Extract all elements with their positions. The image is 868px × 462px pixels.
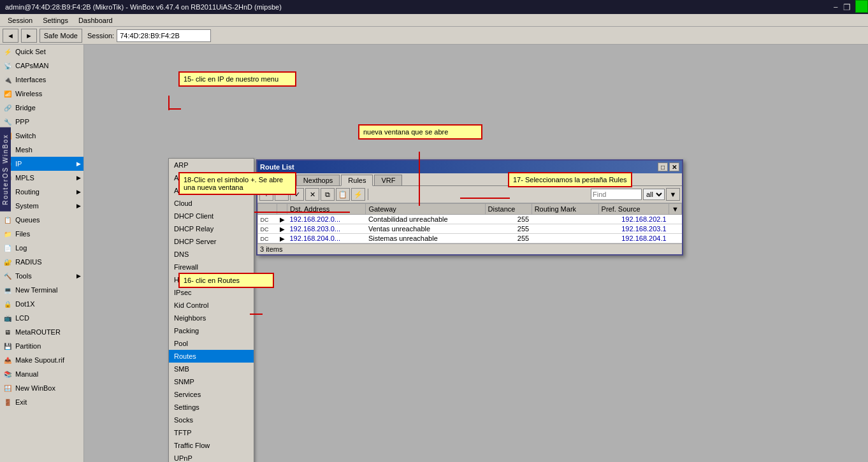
sidebar-item-manual[interactable]: 📚 Manual <box>0 367 83 381</box>
sidebar-item-interfaces[interactable]: 🔌 Interfaces <box>0 73 83 87</box>
sidebar-item-dot1x[interactable]: 🔒 Dot1X <box>0 297 83 311</box>
tab-nexthops[interactable]: Nexthops <box>296 175 340 185</box>
sidebar-item-switch[interactable]: 🔀 Switch <box>0 129 83 143</box>
annotation-click-ip-text: 15- clic en IP de nuestro menu <box>184 75 278 83</box>
radius-icon: 🔐 <box>3 257 13 267</box>
capsman-icon: 📡 <box>3 61 13 71</box>
tab-rules[interactable]: Rules <box>341 175 373 186</box>
col-gateway[interactable]: Gateway <box>366 204 485 215</box>
sidebar-item-exit[interactable]: 🚪 Exit <box>0 395 83 409</box>
col-distance[interactable]: Distance <box>485 204 532 215</box>
disable-route-button[interactable]: ✕ <box>305 188 319 201</box>
sidebar-item-new-winbox[interactable]: 🪟 New WinBox <box>0 381 83 395</box>
sidebar-item-bridge[interactable]: 🔗 Bridge <box>0 101 83 115</box>
submenu-upnp[interactable]: UPnP <box>169 452 254 462</box>
submenu-ipsec[interactable]: IPsec <box>169 286 254 299</box>
cell-dst2: 192.168.203.0... <box>287 224 366 234</box>
files-icon: 📁 <box>3 229 13 239</box>
annotation-click-routes-text: 16- clic en Routes <box>184 277 240 284</box>
sidebar-item-lcd[interactable]: 📺 LCD <box>0 311 83 325</box>
menu-settings[interactable]: Settings <box>38 16 73 25</box>
filter-button[interactable]: ▼ <box>666 188 680 201</box>
lcd-icon: 📺 <box>3 313 13 323</box>
route-list-controls: □ ✕ <box>658 162 679 171</box>
submenu-socks[interactable]: Socks <box>169 414 254 426</box>
submenu-dhcp-relay[interactable]: DHCP Relay <box>169 222 254 235</box>
submenu-kid-control[interactable]: Kid Control <box>169 299 254 312</box>
arrow-line-5 <box>250 314 263 315</box>
find-input[interactable] <box>591 189 642 200</box>
submenu-neighbors[interactable]: Neighbors <box>169 312 254 324</box>
reset-route-button[interactable]: ⚡ <box>351 188 365 201</box>
sidebar-label-new-winbox: New WinBox <box>15 384 55 392</box>
table-row[interactable]: DC ▶ 192.168.203.0... Ventas unreachable… <box>258 224 682 234</box>
col-pref-source[interactable]: Pref. Source <box>598 204 669 215</box>
sidebar-item-mpls[interactable]: 📦 MPLS ▶ <box>0 171 83 185</box>
submenu-arp[interactable]: ARP <box>169 159 254 171</box>
submenu-routes[interactable]: Routes <box>169 350 254 363</box>
sidebar-item-routing[interactable]: 🛤 Routing ▶ <box>0 185 83 199</box>
sidebar-item-capsman[interactable]: 📡 CAPsMAN <box>0 59 83 73</box>
routeros-watermark: RouterOS WinBox <box>0 127 11 212</box>
menu-session[interactable]: Session <box>3 16 38 25</box>
cell-routing-mark1 <box>532 215 598 224</box>
sidebar-item-new-terminal[interactable]: 💻 New Terminal <box>0 283 83 297</box>
sidebar-item-wireless[interactable]: 📶 Wireless <box>0 87 83 101</box>
submenu-snmp[interactable]: SNMP <box>169 375 254 388</box>
sidebar-item-radius[interactable]: 🔐 RADIUS <box>0 255 83 269</box>
paste-route-button[interactable]: 📋 <box>336 188 350 201</box>
sidebar-item-system[interactable]: ⚙ System ▶ <box>0 199 83 213</box>
sidebar-item-make-supout[interactable]: 📤 Make Supout.rif <box>0 353 83 367</box>
restore-button[interactable]: ❐ <box>843 3 851 12</box>
session-label: Session: <box>87 32 114 40</box>
safe-mode-button[interactable]: Safe Mode <box>40 29 82 43</box>
sidebar-item-log[interactable]: 📄 Log <box>0 241 83 255</box>
minimize-button[interactable]: − <box>833 3 838 12</box>
submenu-settings[interactable]: Settings <box>169 401 254 414</box>
menu-dashboard[interactable]: Dashboard <box>73 16 118 25</box>
submenu-smb[interactable]: SMB <box>169 363 254 375</box>
copy-route-button[interactable]: ⧉ <box>321 188 335 201</box>
route-status: 3 items <box>257 243 682 254</box>
submenu-dns[interactable]: DNS <box>169 248 254 261</box>
submenu-services[interactable]: Services <box>169 388 254 401</box>
sidebar-item-queues[interactable]: 📋 Queues <box>0 213 83 227</box>
annotation-new-window-text: nueva ventana que se abre <box>363 128 448 136</box>
tab-vrf[interactable]: VRF <box>374 175 402 185</box>
sidebar-item-files[interactable]: 📁 Files <box>0 227 83 241</box>
sidebar-item-ppp[interactable]: 🔧 PPP <box>0 115 83 129</box>
submenu-packing[interactable]: Packing <box>169 324 254 337</box>
sidebar-item-metarouter[interactable]: 🖥 MetaROUTER <box>0 325 83 339</box>
cell-arrow3: ▶ <box>277 234 287 243</box>
route-list-close-button[interactable]: ✕ <box>669 162 679 171</box>
annotation-click-ip: 15- clic en IP de nuestro menu <box>178 71 296 87</box>
sidebar-label-switch: Switch <box>15 132 36 140</box>
arrow-line-4 <box>460 198 510 199</box>
submenu-tftp[interactable]: TFTP <box>169 426 254 439</box>
submenu-firewall[interactable]: Firewall <box>169 261 254 273</box>
sidebar-item-ip[interactable]: 🌐 IP ▶ <box>0 157 83 171</box>
sidebar-label-interfaces: Interfaces <box>15 76 46 83</box>
submenu-dhcp-server[interactable]: DHCP Server <box>169 235 254 248</box>
session-input[interactable] <box>117 29 211 42</box>
sidebar-item-mesh[interactable]: 🕸 Mesh <box>0 143 83 157</box>
new-winbox-icon: 🪟 <box>3 383 13 393</box>
table-row[interactable]: DC ▶ 192.168.202.0... Contabilidad unrea… <box>258 215 682 224</box>
sidebar-item-tools[interactable]: 🔨 Tools ▶ <box>0 269 83 283</box>
submenu-cloud[interactable]: Cloud <box>169 197 254 210</box>
queues-icon: 📋 <box>3 215 13 225</box>
sidebar-item-partition[interactable]: 💾 Partition <box>0 339 83 353</box>
route-list-title: Route List <box>260 163 294 171</box>
table-row[interactable]: DC ▶ 192.168.204.0... Sistemas unreachab… <box>258 234 682 243</box>
col-routing-mark[interactable]: Routing Mark <box>532 204 598 215</box>
find-dropdown[interactable]: all <box>643 189 665 200</box>
submenu-traffic-flow[interactable]: Traffic Flow <box>169 439 254 452</box>
submenu-pool[interactable]: Pool <box>169 337 254 350</box>
back-button[interactable]: ◄ <box>3 29 18 43</box>
forward-button[interactable]: ► <box>21 29 37 43</box>
sidebar-item-quick-set[interactable]: ⚡ Quick Set <box>0 45 83 59</box>
route-list-restore-button[interactable]: □ <box>658 162 668 171</box>
cell-expand1 <box>669 215 682 224</box>
col-expand[interactable]: ▼ <box>669 204 682 215</box>
submenu-dhcp-client[interactable]: DHCP Client <box>169 210 254 222</box>
